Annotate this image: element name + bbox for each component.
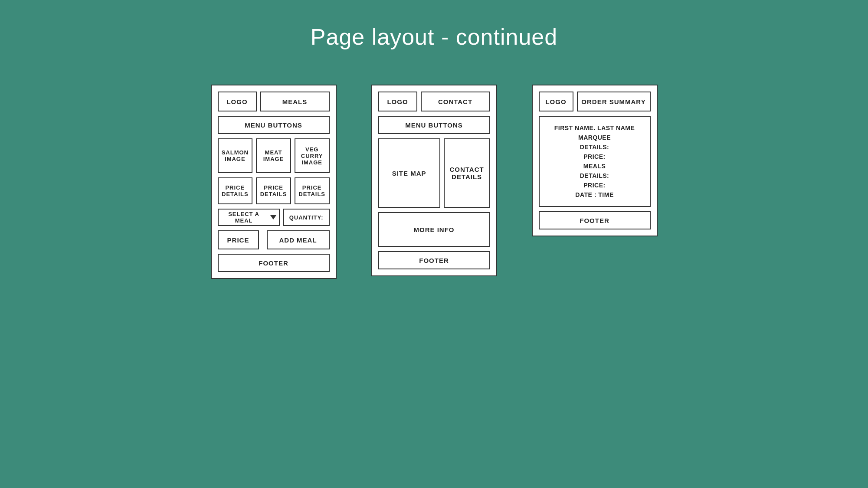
wf1-salmon-image: SALMON IMAGE: [218, 138, 253, 173]
wf3-details-box: FIRST NAME. LAST NAME MARQUEE DETAILS: P…: [539, 116, 651, 207]
wf3-meals: MEALS: [583, 163, 606, 170]
wf1-select-label: SELECT A MEAL: [221, 211, 267, 224]
wf3-header-row: LOGO ORDER SUMMARY: [539, 92, 651, 111]
wf3-footer: FOOTER: [539, 211, 651, 229]
wf1-price-details-1: PRICEDETAILS: [218, 177, 253, 204]
wf1-meat-image: MEAT IMAGE: [256, 138, 291, 173]
wf1-price-details-2: PRICEDETAILS: [256, 177, 291, 204]
wf3-date-time: DATE : TIME: [575, 191, 613, 198]
wf1-menu-buttons: MENU BUTTONS: [218, 116, 330, 134]
wf2-header-row: LOGO CONTACT: [378, 92, 490, 111]
wf2-footer: FOOTER: [378, 251, 490, 269]
wf2-contact-details: CONTACT DETAILS: [444, 138, 490, 208]
wf2-more-info: MORE INFO: [378, 212, 490, 247]
wf2-logo: LOGO: [378, 92, 417, 111]
wf1-logo: LOGO: [218, 92, 257, 111]
wf3-price1: PRICE:: [583, 153, 605, 160]
wireframe-contact: LOGO CONTACT MENU BUTTONS SITE MAP CONTA…: [371, 85, 497, 276]
wf2-content-row: SITE MAP CONTACT DETAILS: [378, 138, 490, 208]
wf3-order-summary: ORDER SUMMARY: [577, 92, 651, 111]
dropdown-arrow-icon: [270, 215, 276, 219]
wf3-details2: DETAILS:: [580, 172, 609, 179]
wf1-images-row: SALMON IMAGE MEAT IMAGE VEG CURRY IMAGE: [218, 138, 330, 173]
wf3-logo: LOGO: [539, 92, 573, 111]
wireframe-meals: LOGO MEALS MENU BUTTONS SALMON IMAGE MEA…: [211, 85, 337, 279]
wireframe-order-summary: LOGO ORDER SUMMARY FIRST NAME. LAST NAME…: [532, 85, 658, 236]
wf1-add-meal-button[interactable]: ADD MEAL: [267, 230, 330, 249]
wf1-action-row: PRICE ADD MEAL: [218, 230, 330, 249]
wf2-menu-buttons: MENU BUTTONS: [378, 116, 490, 134]
wf1-price-details-3: PRICEDETAILS: [295, 177, 330, 204]
wf1-veg-curry-image: VEG CURRY IMAGE: [295, 138, 330, 173]
wf1-meals: MEALS: [260, 92, 330, 111]
wf2-contact: CONTACT: [421, 92, 490, 111]
wf1-price-button[interactable]: PRICE: [218, 230, 259, 249]
page-title: Page layout - continued: [311, 24, 557, 50]
wf1-select-row: SELECT A MEAL QUANTITY:: [218, 209, 330, 226]
wf2-site-map: SITE MAP: [378, 138, 440, 208]
wf1-footer: FOOTER: [218, 254, 330, 272]
wf1-price-row: PRICEDETAILS PRICEDETAILS PRICEDETAILS: [218, 177, 330, 204]
wf3-details1: DETAILS:: [580, 144, 609, 151]
wireframes-container: LOGO MEALS MENU BUTTONS SALMON IMAGE MEA…: [211, 85, 658, 279]
wf1-quantity: QUANTITY:: [283, 209, 330, 226]
wf3-first-name-last-name: FIRST NAME. LAST NAME: [554, 124, 635, 131]
wf3-price2: PRICE:: [583, 182, 605, 189]
wf1-header-row: LOGO MEALS: [218, 92, 330, 111]
wf3-marquee: MARQUEE: [578, 134, 611, 141]
wf1-select-a-meal[interactable]: SELECT A MEAL: [218, 209, 280, 226]
